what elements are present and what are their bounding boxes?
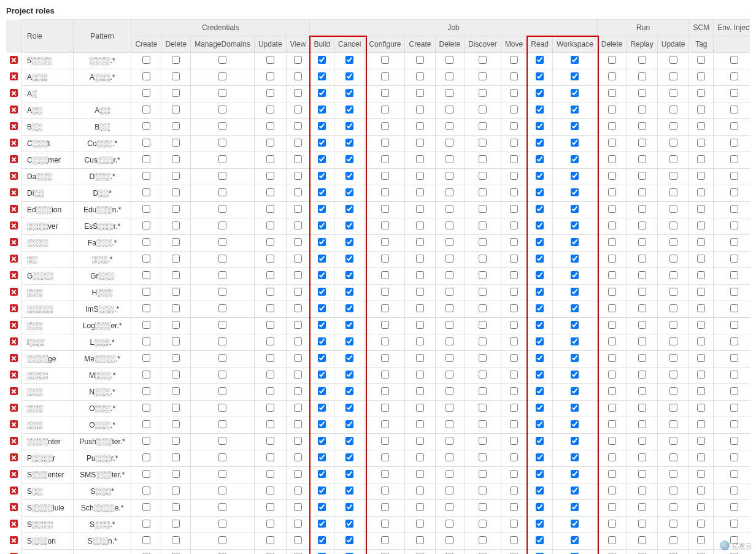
- perm-checkbox[interactable]: [294, 122, 302, 130]
- perm-checkbox[interactable]: [416, 221, 424, 229]
- perm-checkbox[interactable]: [218, 503, 226, 511]
- perm-checkbox[interactable]: [571, 387, 579, 395]
- perm-checkbox[interactable]: [608, 139, 616, 147]
- perm-checkbox[interactable]: [730, 387, 738, 395]
- perm-checkbox[interactable]: [142, 56, 150, 64]
- perm-checkbox[interactable]: [510, 387, 518, 395]
- perm-checkbox[interactable]: [571, 404, 579, 412]
- perm-checkbox[interactable]: [446, 89, 453, 97]
- perm-checkbox[interactable]: [416, 288, 424, 296]
- perm-checkbox[interactable]: [172, 321, 180, 329]
- perm-checkbox[interactable]: [318, 221, 326, 229]
- perm-checkbox[interactable]: [730, 188, 738, 196]
- perm-checkbox[interactable]: [669, 437, 677, 445]
- perm-checkbox[interactable]: [381, 337, 389, 345]
- perm-checkbox[interactable]: [318, 470, 326, 478]
- perm-checkbox[interactable]: [608, 304, 616, 312]
- perm-checkbox[interactable]: [172, 56, 180, 64]
- perm-checkbox[interactable]: [318, 122, 326, 130]
- perm-checkbox[interactable]: [345, 404, 353, 412]
- perm-checkbox[interactable]: [608, 188, 616, 196]
- perm-checkbox[interactable]: [381, 89, 389, 97]
- perm-checkbox[interactable]: [571, 371, 579, 379]
- perm-checkbox[interactable]: [446, 536, 453, 544]
- perm-checkbox[interactable]: [345, 321, 353, 329]
- perm-checkbox[interactable]: [218, 354, 226, 362]
- perm-checkbox[interactable]: [266, 271, 274, 279]
- perm-checkbox[interactable]: [730, 56, 738, 64]
- perm-checkbox[interactable]: [218, 139, 226, 147]
- perm-checkbox[interactable]: [510, 288, 518, 296]
- perm-checkbox[interactable]: [345, 437, 353, 445]
- perm-checkbox[interactable]: [416, 271, 424, 279]
- perm-checkbox[interactable]: [318, 304, 326, 312]
- perm-checkbox[interactable]: [416, 337, 424, 345]
- perm-checkbox[interactable]: [294, 387, 302, 395]
- perm-checkbox[interactable]: [142, 221, 150, 229]
- perm-checkbox[interactable]: [608, 56, 616, 64]
- perm-checkbox[interactable]: [318, 437, 326, 445]
- perm-checkbox[interactable]: [142, 453, 150, 461]
- perm-checkbox[interactable]: [266, 536, 274, 544]
- perm-checkbox[interactable]: [669, 536, 677, 544]
- perm-checkbox[interactable]: [697, 188, 705, 196]
- perm-checkbox[interactable]: [536, 106, 544, 113]
- perm-checkbox[interactable]: [510, 487, 518, 494]
- perm-checkbox[interactable]: [318, 387, 326, 395]
- perm-checkbox[interactable]: [142, 304, 150, 312]
- perm-checkbox[interactable]: [669, 387, 677, 395]
- perm-checkbox[interactable]: [345, 453, 353, 461]
- perm-checkbox[interactable]: [381, 155, 389, 163]
- perm-checkbox[interactable]: [266, 106, 274, 113]
- close-icon[interactable]: [10, 453, 18, 461]
- perm-checkbox[interactable]: [345, 487, 353, 494]
- perm-checkbox[interactable]: [571, 321, 579, 329]
- perm-checkbox[interactable]: [416, 453, 424, 461]
- perm-checkbox[interactable]: [697, 238, 705, 246]
- perm-checkbox[interactable]: [536, 470, 544, 478]
- perm-checkbox[interactable]: [142, 288, 150, 296]
- perm-checkbox[interactable]: [318, 139, 326, 147]
- perm-checkbox[interactable]: [218, 155, 226, 163]
- perm-checkbox[interactable]: [381, 238, 389, 246]
- perm-checkbox[interactable]: [730, 470, 738, 478]
- perm-checkbox[interactable]: [446, 205, 453, 213]
- perm-checkbox[interactable]: [510, 437, 518, 445]
- perm-checkbox[interactable]: [218, 288, 226, 296]
- perm-checkbox[interactable]: [318, 503, 326, 511]
- perm-checkbox[interactable]: [479, 139, 487, 147]
- perm-checkbox[interactable]: [416, 437, 424, 445]
- perm-checkbox[interactable]: [638, 321, 646, 329]
- perm-checkbox[interactable]: [142, 188, 150, 196]
- perm-checkbox[interactable]: [345, 470, 353, 478]
- perm-checkbox[interactable]: [318, 404, 326, 412]
- perm-checkbox[interactable]: [730, 304, 738, 312]
- perm-checkbox[interactable]: [479, 337, 487, 345]
- perm-checkbox[interactable]: [697, 288, 705, 296]
- perm-checkbox[interactable]: [142, 205, 150, 213]
- perm-checkbox[interactable]: [381, 188, 389, 196]
- perm-checkbox[interactable]: [697, 371, 705, 379]
- perm-checkbox[interactable]: [345, 503, 353, 511]
- perm-checkbox[interactable]: [345, 337, 353, 345]
- perm-checkbox[interactable]: [266, 503, 274, 511]
- perm-checkbox[interactable]: [172, 271, 180, 279]
- perm-checkbox[interactable]: [608, 271, 616, 279]
- perm-checkbox[interactable]: [536, 420, 544, 428]
- perm-checkbox[interactable]: [638, 288, 646, 296]
- close-icon[interactable]: [10, 72, 18, 80]
- perm-checkbox[interactable]: [446, 122, 453, 130]
- perm-checkbox[interactable]: [416, 371, 424, 379]
- perm-checkbox[interactable]: [318, 172, 326, 180]
- perm-checkbox[interactable]: [638, 437, 646, 445]
- perm-checkbox[interactable]: [638, 404, 646, 412]
- perm-checkbox[interactable]: [294, 188, 302, 196]
- perm-checkbox[interactable]: [381, 470, 389, 478]
- close-icon[interactable]: [10, 321, 18, 329]
- perm-checkbox[interactable]: [510, 304, 518, 312]
- perm-checkbox[interactable]: [730, 238, 738, 246]
- perm-checkbox[interactable]: [266, 520, 274, 528]
- perm-checkbox[interactable]: [730, 288, 738, 296]
- perm-checkbox[interactable]: [571, 520, 579, 528]
- perm-checkbox[interactable]: [345, 387, 353, 395]
